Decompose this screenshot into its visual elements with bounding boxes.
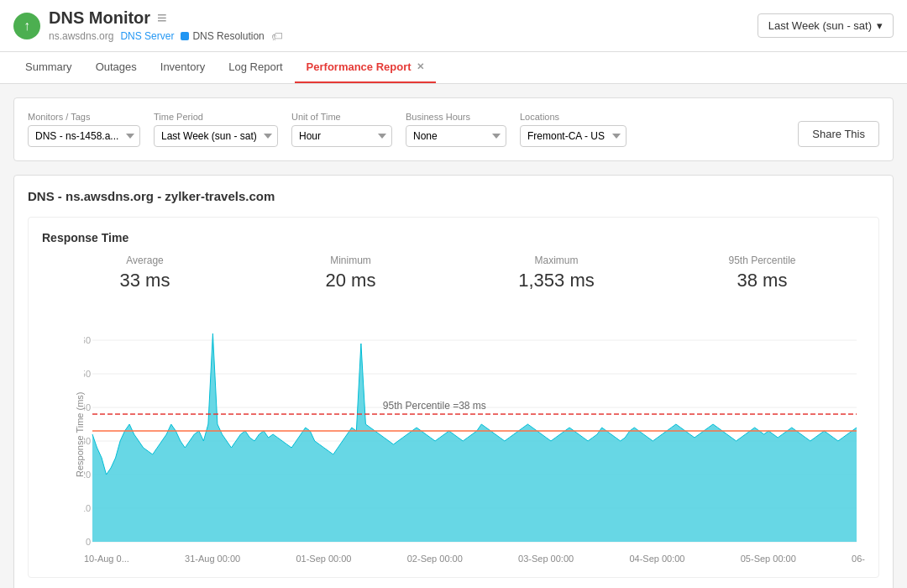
tab-inventory[interactable]: Inventory [149,52,217,83]
monitor-title: DNS Monitor ≡ [49,8,283,28]
dns-resolution-badge: DNS Resolution [181,30,264,42]
time-period-label: Time Period [154,112,278,122]
nav-tabs: Summary Outages Inventory Log Report Per… [0,52,907,84]
average-value: 33 ms [42,270,248,291]
tab-close-icon[interactable]: ✕ [417,61,424,72]
monitors-tags-select[interactable]: DNS - ns-1458.a... [28,125,140,147]
share-button[interactable]: Share This [798,121,879,147]
chart-wrapper: Response Time (ms) 10-Aug 0... 31-Aug 00… [42,315,865,564]
stat-minimum: Minimum 20 ms [248,255,454,291]
time-period-filter: Time Period Last Week (sun - sat) [154,112,278,147]
percentile95-label: 95th Percentile [659,255,865,266]
filters-bar: Monitors / Tags DNS - ns-1458.a... Time … [13,97,894,161]
date-range-selector[interactable]: Last Week (sun - sat) ▾ [758,13,894,38]
response-time-chart [84,315,865,550]
menu-icon[interactable]: ≡ [157,8,167,28]
monitor-subtitle: ns.awsdns.org DNS Server DNS Resolution … [49,29,283,43]
stat-maximum: Maximum 1,353 ms [454,255,659,291]
domain-label: ns.awsdns.org [49,30,113,42]
chart-title: Response Time [42,231,865,244]
time-period-select[interactable]: Last Week (sun - sat) [154,125,278,147]
locations-filter: Locations Fremont-CA - US [520,112,627,147]
monitors-tags-filter: Monitors / Tags DNS - ns-1458.a... [28,112,140,147]
tag-icon[interactable]: 🏷 [271,29,283,43]
y-axis-label: Response Time (ms) [75,402,85,477]
minimum-label: Minimum [248,255,454,266]
stat-average: Average 33 ms [42,255,248,291]
unit-of-time-select[interactable]: Hour [291,125,392,147]
maximum-value: 1,353 ms [454,270,659,291]
app-header: ↑ DNS Monitor ≡ ns.awsdns.org DNS Server… [0,0,907,52]
report-card: DNS - ns.awsdns.org - zylker-travels.com… [13,175,894,588]
locations-select[interactable]: Fremont-CA - US [520,125,627,147]
tab-outages[interactable]: Outages [84,52,149,83]
business-hours-label: Business Hours [406,112,506,122]
average-label: Average [42,255,248,266]
content-area: Monitors / Tags DNS - ns-1458.a... Time … [0,84,907,588]
maximum-label: Maximum [454,255,659,266]
stats-row: Average 33 ms Minimum 20 ms Maximum 1,35… [42,255,865,302]
dns-server-badge[interactable]: DNS Server [120,30,174,42]
monitor-title-group: DNS Monitor ≡ ns.awsdns.org DNS Server D… [49,8,283,43]
locations-label: Locations [520,112,627,122]
header-left: ↑ DNS Monitor ≡ ns.awsdns.org DNS Server… [13,8,283,43]
business-hours-select[interactable]: None [406,125,506,147]
percentile95-value: 38 ms [659,270,865,291]
monitor-status-icon: ↑ [13,13,40,39]
minimum-value: 20 ms [248,270,454,291]
tab-log-report[interactable]: Log Report [217,52,294,83]
tab-summary[interactable]: Summary [13,52,84,83]
stat-percentile95: 95th Percentile 38 ms [659,255,865,291]
dns-report-label: DNS - ns.awsdns.org - zylker-travels.com [28,189,879,203]
x-axis-labels: 10-Aug 0... 31-Aug 00:00 01-Sep 00:00 02… [84,554,865,564]
unit-of-time-filter: Unit of Time Hour [291,112,392,147]
tab-performance-report[interactable]: Performance Report ✕ [295,52,436,83]
business-hours-filter: Business Hours None [406,112,506,147]
unit-of-time-label: Unit of Time [291,112,392,122]
monitors-tags-label: Monitors / Tags [28,112,140,122]
